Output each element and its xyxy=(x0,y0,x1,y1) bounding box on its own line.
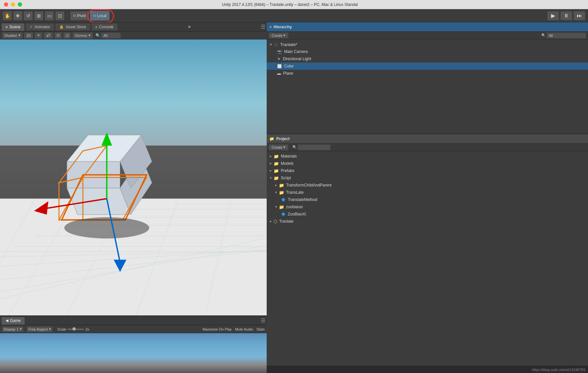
right-panel: ≡ Hierarchy Create ▾ 🔍 ▼ ⬡ Tranlate* xyxy=(267,22,588,373)
window-controls xyxy=(4,2,22,7)
close-button[interactable] xyxy=(4,2,8,7)
project-create-button[interactable]: Create ▾ xyxy=(269,144,288,150)
window-title: Unity 2017.4.12f1 (64bit) – Tranlate.uni… xyxy=(22,2,558,7)
main-toolbar: ✋ ✥ ↺ ⊞ ▭ ⊡ ⊙ Pivot ⊙ Local ▶ ⏸ ⏭ xyxy=(0,9,588,22)
project-item-translate[interactable]: ▼ 📁 TransLate xyxy=(267,189,588,196)
transform-tool-button[interactable]: ⊡ xyxy=(55,11,65,20)
game-toolbar-right: Maximize On Play Mute Audio Stats xyxy=(202,327,265,331)
stats-label: Stats xyxy=(256,327,265,331)
scene-tab-label: Scene xyxy=(9,25,20,29)
svg-marker-25 xyxy=(67,188,131,215)
effects-button[interactable]: ⊡ xyxy=(54,32,62,39)
mute-audio-label: Mute Audio xyxy=(235,327,253,331)
scene-panel-menu[interactable]: ☰ xyxy=(261,24,265,30)
aspect-label: Free Aspect xyxy=(28,327,48,331)
project-item-translate-method[interactable]: 🔷 TranslateMethod xyxy=(267,196,588,203)
hierarchy-item-main-camera[interactable]: 📷 Main Camera xyxy=(267,48,588,55)
scene-search-input[interactable] xyxy=(101,33,121,38)
tab-bar-menu[interactable]: ≡ xyxy=(188,24,191,29)
2d-mode-button[interactable]: 2D xyxy=(24,32,33,39)
translate-label: TransLate xyxy=(286,190,304,195)
cube-label: Cube xyxy=(284,64,294,68)
transform-child-label: TransformChildAndParent xyxy=(286,183,332,187)
game-toolbar: Display 1 ▾ Free Aspect ▾ Scale 2x Maxim… xyxy=(0,325,267,333)
project-item-prefabs[interactable]: ► 📁 Prefabs xyxy=(267,167,588,174)
scene-tab-bar: ≡ Scene ⤢ Animator 🔒 Asset Store ≡ Conso… xyxy=(0,22,267,32)
models-arrow: ► xyxy=(269,162,272,165)
hand-tool-button[interactable]: ✋ xyxy=(3,11,12,20)
hierarchy-item-cube[interactable]: ⬜ Cube xyxy=(267,62,588,70)
tranlate-arrow: ▼ xyxy=(269,43,273,46)
cube-icon: ⬜ xyxy=(277,64,282,68)
animator-tab-icon: ⤢ xyxy=(30,25,33,29)
display-label: Display 1 xyxy=(4,327,18,331)
hierarchy-search-input[interactable] xyxy=(547,33,586,38)
transform-child-folder-icon: 📁 xyxy=(279,183,284,188)
prefabs-arrow: ► xyxy=(269,169,272,172)
project-search-input[interactable] xyxy=(298,144,331,150)
tab-scene[interactable]: ≡ Scene xyxy=(1,23,25,31)
project-item-materials[interactable]: ► 📁 Materials xyxy=(267,153,588,160)
scene-tab-icon: ≡ xyxy=(6,25,8,29)
hierarchy-header: ≡ Hierarchy xyxy=(267,22,588,32)
tab-console[interactable]: ≡ Console xyxy=(91,23,118,31)
hierarchy-item-plane[interactable]: ▬ Plane xyxy=(267,70,588,77)
tab-game[interactable]: ◀ Game xyxy=(1,317,25,325)
hierarchy-create-label: Create xyxy=(272,34,282,37)
project-item-zuobiaoxi[interactable]: ▼ 📁 zuobiaoxi xyxy=(267,203,588,211)
console-icon: ≡ xyxy=(95,25,97,29)
zuobiaoxi-label: zuobiaoxi xyxy=(286,205,303,209)
shading-mode-button[interactable]: Shaded xyxy=(2,32,23,39)
pause-button[interactable]: ⏸ xyxy=(560,11,572,20)
move-tool-button[interactable]: ✥ xyxy=(13,11,22,20)
prefabs-label: Prefabs xyxy=(281,168,294,173)
hierarchy-panel: ≡ Hierarchy Create ▾ 🔍 ▼ ⬡ Tranlate* xyxy=(267,22,588,134)
materials-folder-icon: 📁 xyxy=(274,154,279,159)
project-item-transform-child[interactable]: ► 📁 TransformChildAndParent xyxy=(267,182,588,189)
lighting-button[interactable]: ☀ xyxy=(35,32,42,39)
maximize-button[interactable] xyxy=(18,2,22,7)
project-item-tranlate-scene[interactable]: ► ⬡ Tranlate xyxy=(267,218,588,225)
scene-search: 🔍 xyxy=(95,33,121,38)
audio-button[interactable]: 🔊 xyxy=(44,32,53,39)
scale-slider[interactable] xyxy=(67,329,84,330)
hierarchy-item-tranlate[interactable]: ▼ ⬡ Tranlate* xyxy=(267,41,588,48)
animator-tab-label: Animator xyxy=(34,25,50,29)
hierarchy-create-button[interactable]: Create ▾ xyxy=(269,33,288,38)
aspect-select[interactable]: Free Aspect ▾ xyxy=(27,326,53,332)
project-item-zuobiaoxi-file[interactable]: 🔷 ZuoBiaoXi xyxy=(267,211,588,218)
display-dropdown-icon: ▾ xyxy=(20,327,22,331)
hierarchy-item-directional-light[interactable]: ☀ Directional Light xyxy=(267,55,588,62)
pivot-icon: ⊙ xyxy=(73,14,76,17)
project-content: ► 📁 Materials ► 📁 Models ► 📁 Prefabs xyxy=(267,151,588,366)
scale-tool-button[interactable]: ⊞ xyxy=(34,11,43,20)
project-item-script[interactable]: ▼ 📁 Script xyxy=(267,174,588,182)
rotate-tool-button[interactable]: ↺ xyxy=(24,11,33,20)
statusbar: https://blog.csdn.net/u014196765 xyxy=(267,366,588,373)
display-select[interactable]: Display 1 ▾ xyxy=(2,326,23,332)
directional-light-label: Directional Light xyxy=(283,57,311,61)
models-folder-icon: 📁 xyxy=(274,161,279,166)
local-button[interactable]: ⊙ Local xyxy=(90,11,110,20)
pivot-button[interactable]: ⊙ Pivot xyxy=(70,11,89,20)
play-button[interactable]: ▶ xyxy=(547,11,559,20)
scene-icon: ⬡ xyxy=(275,42,278,47)
aspect-dropdown-icon: ▾ xyxy=(49,327,51,331)
console-label: Console xyxy=(99,25,114,29)
tranlate-scene-arrow: ► xyxy=(269,220,272,223)
rect-tool-button[interactable]: ▭ xyxy=(45,11,54,20)
step-button[interactable]: ⏭ xyxy=(574,11,585,20)
project-item-models[interactable]: ► 📁 Models xyxy=(267,160,588,167)
svg-marker-2 xyxy=(0,199,267,315)
game-panel-menu[interactable]: ☰ xyxy=(261,317,265,324)
local-icon: ⊙ xyxy=(93,14,96,17)
effects2-button[interactable]: ◲ xyxy=(63,32,71,39)
tab-asset-store[interactable]: 🔒 Asset Store xyxy=(55,23,90,31)
2d-label: 2D xyxy=(26,34,31,37)
scale-label: Scale xyxy=(57,327,67,331)
game-tab-icon: ◀ xyxy=(6,318,8,323)
minimize-button[interactable] xyxy=(11,2,15,7)
tab-animator[interactable]: ⤢ Animator xyxy=(25,23,54,31)
gizmos-button[interactable]: Gizmos xyxy=(72,32,93,39)
script-arrow: ▼ xyxy=(269,176,272,180)
